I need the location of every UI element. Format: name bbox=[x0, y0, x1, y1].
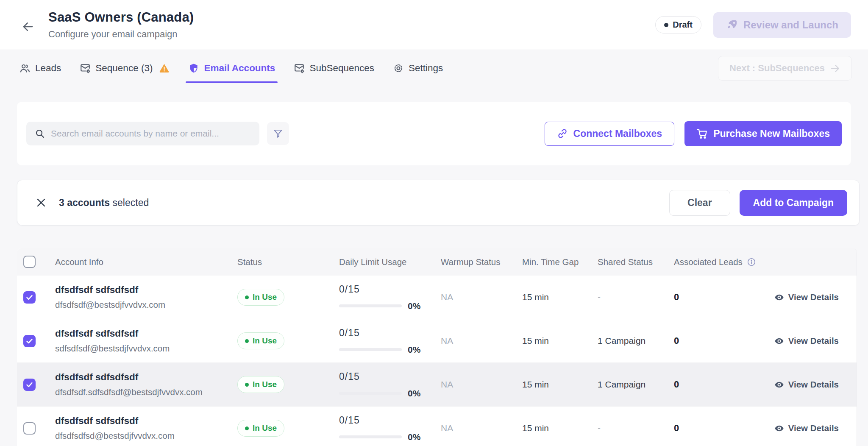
page-header: SaaS Owners (Canada) Configure your emai… bbox=[0, 0, 868, 50]
tab-subsequences[interactable]: SubSequences bbox=[294, 63, 374, 83]
daily-limit-cell: 0/150% bbox=[339, 327, 441, 355]
arrow-right-icon bbox=[830, 63, 840, 74]
warmup-status-cell: NA bbox=[441, 379, 522, 390]
associated-leads-cell: 0 bbox=[674, 423, 737, 434]
email-accounts-toolbar: Connect Mailboxes Purchase New Mailboxes bbox=[17, 102, 851, 165]
next-subsequences-button[interactable]: Next : SubSequences bbox=[718, 56, 852, 81]
search-box bbox=[26, 122, 259, 145]
tab-sequence[interactable]: Sequence (3) bbox=[80, 63, 170, 83]
select-all-checkbox[interactable] bbox=[23, 256, 36, 268]
tab-email-accounts[interactable]: Email Accounts bbox=[188, 63, 275, 83]
account-name: dfsdfsdf sdfsdfsdf bbox=[55, 372, 237, 383]
search-input[interactable] bbox=[51, 128, 251, 139]
selection-count: 3 accounts selected bbox=[59, 197, 149, 209]
connect-mailboxes-button[interactable]: Connect Mailboxes bbox=[545, 122, 675, 146]
col-shared-status: Shared Status bbox=[598, 257, 674, 267]
row-checkbox[interactable] bbox=[23, 291, 36, 304]
clear-button[interactable]: Clear bbox=[669, 190, 730, 216]
shield-icon bbox=[188, 63, 199, 74]
status-dot-icon bbox=[245, 383, 249, 387]
shared-status-cell: - bbox=[598, 423, 674, 433]
daily-limit-cell: 0/150% bbox=[339, 415, 441, 442]
eye-icon bbox=[774, 424, 784, 433]
in-use-badge: In Use bbox=[237, 420, 284, 437]
status-dot-icon bbox=[664, 23, 668, 27]
associated-leads-cell: 0 bbox=[674, 292, 737, 303]
progress-bar bbox=[339, 304, 402, 307]
min-time-gap-cell: 15 min bbox=[522, 336, 598, 346]
col-associated-leads: Associated Leads bbox=[674, 257, 857, 267]
page-subtitle: Configure your email campaign bbox=[48, 29, 194, 40]
account-name: dfsdfsdf sdfsdfsdf bbox=[55, 415, 237, 426]
view-details-button[interactable]: View Details bbox=[774, 423, 839, 433]
eye-icon bbox=[774, 293, 784, 302]
row-checkbox[interactable] bbox=[23, 335, 36, 347]
shared-status-cell: - bbox=[598, 292, 674, 302]
progress-bar bbox=[339, 348, 402, 351]
col-min-time-gap: Min. Time Gap bbox=[522, 257, 598, 267]
mail-gear-icon bbox=[294, 63, 305, 74]
add-to-campaign-button[interactable]: Add to Campaign bbox=[740, 190, 847, 216]
status-dot-icon bbox=[245, 339, 249, 343]
min-time-gap-cell: 15 min bbox=[522, 292, 598, 302]
back-arrow-icon[interactable] bbox=[19, 18, 36, 35]
status-badge: Draft bbox=[655, 16, 701, 33]
col-status: Status bbox=[237, 257, 339, 267]
warmup-status-cell: NA bbox=[441, 423, 522, 433]
progress-bar bbox=[339, 435, 402, 438]
account-name: dfsdfsdf sdfsdfsdf bbox=[55, 284, 237, 295]
gear-icon bbox=[393, 63, 404, 74]
tab-settings[interactable]: Settings bbox=[393, 63, 443, 83]
in-use-badge: In Use bbox=[237, 289, 284, 306]
close-icon[interactable] bbox=[35, 197, 47, 209]
in-use-badge: In Use bbox=[237, 332, 284, 349]
col-daily-limit: Daily Limit Usage bbox=[339, 257, 441, 267]
link-icon bbox=[557, 128, 568, 139]
cart-icon bbox=[696, 128, 707, 139]
table-header: Account Info Status Daily Limit Usage Wa… bbox=[17, 248, 857, 276]
eye-icon bbox=[774, 336, 784, 346]
selection-bar: 3 accounts selected Clear Add to Campaig… bbox=[17, 180, 860, 226]
row-checkbox[interactable] bbox=[23, 379, 36, 391]
account-email: dfsdfsdfsd@bestsdjfvvdvx.com bbox=[55, 431, 237, 441]
status-dot-icon bbox=[245, 426, 249, 430]
eye-icon bbox=[774, 380, 784, 390]
account-email: dfsdfsdf@bestsdjfvvdvx.com bbox=[55, 300, 237, 310]
filter-button[interactable] bbox=[267, 122, 289, 145]
row-checkbox[interactable] bbox=[23, 422, 36, 435]
account-name: dfsdfsdf sdfsdfsdf bbox=[55, 328, 237, 339]
warmup-status-cell: NA bbox=[441, 336, 522, 346]
view-details-button[interactable]: View Details bbox=[774, 379, 839, 390]
table-row: dfsdfsdf sdfsdfsdfdfsdfsdfsd@bestsdjfvvd… bbox=[17, 407, 857, 446]
tab-bar: Leads Sequence (3) Email Accounts SubSeq… bbox=[0, 50, 868, 91]
funnel-icon bbox=[273, 128, 284, 139]
shared-status-cell: 1 Campaign bbox=[598, 379, 674, 390]
account-email: sdfsdfsdf@bestsdjfvvdvx.com bbox=[55, 343, 237, 354]
warning-triangle-icon bbox=[159, 63, 170, 74]
account-email: dfsdfsdf.sdfsdfsdf@bestsdjfvvdvx.com bbox=[55, 387, 237, 397]
progress-bar bbox=[339, 392, 402, 395]
in-use-badge: In Use bbox=[237, 376, 284, 393]
min-time-gap-cell: 15 min bbox=[522, 423, 598, 433]
shared-status-cell: 1 Campaign bbox=[598, 336, 674, 346]
warmup-status-cell: NA bbox=[441, 292, 522, 302]
table-row: dfsdfsdf sdfsdfsdfdfsdfsdf.sdfsdfsdf@bes… bbox=[17, 363, 857, 407]
daily-limit-cell: 0/150% bbox=[339, 284, 441, 311]
min-time-gap-cell: 15 min bbox=[522, 379, 598, 390]
table-row: dfsdfsdf sdfsdfsdfdfsdfsdf@bestsdjfvvdvx… bbox=[17, 276, 857, 319]
daily-limit-cell: 0/150% bbox=[339, 371, 441, 399]
info-icon[interactable] bbox=[747, 257, 756, 267]
users-icon bbox=[19, 63, 31, 74]
associated-leads-cell: 0 bbox=[674, 379, 737, 390]
search-icon bbox=[35, 128, 45, 139]
purchase-new-mailboxes-button[interactable]: Purchase New Mailboxes bbox=[684, 121, 842, 146]
view-details-button[interactable]: View Details bbox=[774, 292, 839, 302]
col-warmup-status: Warmup Status bbox=[441, 257, 522, 267]
review-and-launch-button[interactable]: Review and Launch bbox=[713, 12, 851, 38]
status-dot-icon bbox=[245, 295, 249, 299]
email-accounts-table: Account Info Status Daily Limit Usage Wa… bbox=[17, 248, 857, 446]
page-title: SaaS Owners (Canada) bbox=[48, 10, 194, 25]
view-details-button[interactable]: View Details bbox=[774, 336, 839, 346]
tab-leads[interactable]: Leads bbox=[19, 63, 61, 83]
col-account-info: Account Info bbox=[55, 257, 237, 267]
